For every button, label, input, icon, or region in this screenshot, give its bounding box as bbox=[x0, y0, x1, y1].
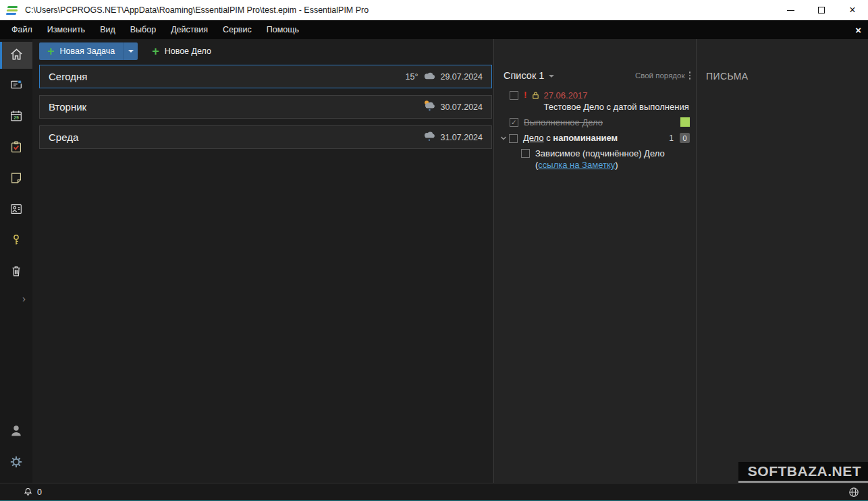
close-button[interactable]: × bbox=[837, 0, 868, 20]
task-checkbox[interactable] bbox=[509, 134, 518, 143]
task-link-line: (ссылка на Заметку) bbox=[535, 160, 665, 170]
minimize-icon bbox=[787, 10, 794, 11]
day-card-tuesday[interactable]: Вторник 30.07.2024 bbox=[39, 95, 492, 119]
mail-panel-title: ПИСЬМА bbox=[706, 71, 868, 82]
titlebar: C:\Users\PCPROGS.NET\AppData\Roaming\Ess… bbox=[0, 0, 868, 20]
toolbar: + Новая Задача + Новое Дело bbox=[32, 39, 493, 63]
task-title: Выполненное Дело bbox=[524, 117, 603, 127]
expand-chevron-icon[interactable] bbox=[499, 134, 508, 142]
plus-icon: + bbox=[47, 45, 55, 57]
new-task-dropdown-button[interactable] bbox=[123, 42, 138, 60]
close-icon: × bbox=[849, 5, 855, 16]
sort-order-button[interactable]: Свой порядок bbox=[635, 71, 690, 80]
chevron-right-icon: › bbox=[22, 293, 26, 304]
new-task-split-button: + Новая Задача bbox=[39, 42, 138, 60]
kebab-menu-icon bbox=[689, 71, 691, 80]
task-list-selector[interactable]: Список 1 bbox=[504, 70, 554, 81]
note-icon bbox=[9, 171, 24, 188]
color-tag bbox=[680, 117, 690, 127]
day-card-wednesday[interactable]: Среда 31.07.2024 bbox=[39, 125, 492, 149]
minimize-button[interactable] bbox=[775, 0, 806, 20]
trash-icon bbox=[9, 264, 24, 281]
new-todo-button[interactable]: + Новое Дело bbox=[146, 42, 217, 60]
tasks-panel-header: Список 1 Свой порядок bbox=[494, 70, 696, 88]
task-title: Тестовое Дело с датой выполнения bbox=[544, 102, 689, 112]
task-list-title: Список 1 bbox=[504, 70, 544, 81]
new-task-button[interactable]: + Новая Задача bbox=[39, 42, 123, 60]
sidebar-item-calendar[interactable]: 29 bbox=[0, 104, 32, 131]
sidebar-item-account[interactable] bbox=[0, 419, 32, 446]
bell-icon[interactable] bbox=[23, 487, 33, 497]
maximize-icon bbox=[818, 7, 825, 13]
task-checkbox[interactable] bbox=[510, 91, 518, 100]
menu-select[interactable]: Выбор bbox=[123, 25, 163, 34]
day-card-today[interactable]: Сегодня 15° 29.07.2024 bbox=[39, 65, 492, 88]
main-column: + Новая Задача + Новое Дело Сегодня 15 bbox=[32, 39, 493, 483]
sidebar-item-trash[interactable] bbox=[0, 259, 32, 286]
window-controls: × bbox=[775, 0, 868, 20]
statusbar: 0 bbox=[0, 483, 868, 500]
task-row-reminder-task[interactable]: Дело с напоминанием 1 0 bbox=[494, 130, 696, 146]
day-date: 31.07.2024 bbox=[440, 133, 483, 142]
new-todo-label: Новое Дело bbox=[165, 47, 211, 56]
plus-icon: + bbox=[152, 45, 159, 57]
mail-icon bbox=[9, 78, 24, 95]
menu-view[interactable]: Вид bbox=[92, 25, 123, 34]
clipboard-check-icon bbox=[9, 140, 24, 157]
sidebar-item-mail[interactable] bbox=[0, 73, 32, 100]
gear-icon bbox=[9, 454, 24, 472]
menu-actions[interactable]: Действия bbox=[163, 25, 215, 34]
sidebar-item-today[interactable] bbox=[0, 42, 32, 69]
new-task-label: Новая Задача bbox=[60, 47, 115, 56]
content-area: 29 bbox=[0, 39, 868, 483]
key-icon bbox=[9, 233, 24, 250]
rainy-weather-icon bbox=[423, 130, 435, 144]
mail-panel: ПИСЬМА SOFTBAZA.NET bbox=[697, 39, 868, 483]
globe-icon bbox=[848, 487, 859, 498]
day-name: Сегодня bbox=[49, 71, 88, 82]
task-row-test-task[interactable]: ! 27.06.2017 Тестовое Дело с датой выпол… bbox=[494, 88, 696, 115]
menu-help[interactable]: Помощь bbox=[259, 25, 306, 34]
day-date: 30.07.2024 bbox=[440, 102, 483, 112]
note-link[interactable]: ссылка на Заметку bbox=[538, 160, 615, 170]
menubar-close-icon[interactable]: × bbox=[855, 25, 861, 35]
sidebar-item-notes[interactable] bbox=[0, 166, 32, 193]
cloudy-weather-icon bbox=[423, 71, 435, 83]
chevron-down-icon bbox=[128, 50, 134, 53]
subtask-count: 1 bbox=[669, 134, 674, 143]
day-date: 29.07.2024 bbox=[440, 72, 483, 82]
chevron-down-icon bbox=[549, 75, 554, 78]
reminder-badge: 0 bbox=[680, 133, 690, 143]
app-logo-icon bbox=[6, 4, 20, 16]
sidebar-item-settings[interactable] bbox=[0, 450, 32, 477]
sidebar-more-button[interactable]: › bbox=[0, 290, 32, 306]
day-name: Среда bbox=[49, 131, 78, 143]
notification-count: 0 bbox=[37, 488, 42, 497]
sort-order-label: Свой порядок bbox=[635, 71, 685, 80]
task-title-part: напоминанием bbox=[553, 133, 618, 143]
sidebar-item-contacts[interactable] bbox=[0, 197, 32, 224]
sidebar-item-passwords[interactable] bbox=[0, 228, 32, 255]
watermark: SOFTBAZA.NET bbox=[738, 462, 868, 483]
task-checkbox[interactable] bbox=[521, 149, 530, 158]
temperature: 15° bbox=[406, 72, 418, 82]
task-row-dependent-task[interactable]: Зависимое (подчинённое) Дело (ссылка на … bbox=[494, 146, 696, 173]
sidebar-item-todo[interactable] bbox=[0, 135, 32, 162]
paren: ) bbox=[615, 160, 618, 170]
menu-tools[interactable]: Сервис bbox=[215, 25, 259, 34]
menu-edit[interactable]: Изменить bbox=[40, 25, 92, 34]
task-row-completed-task[interactable]: ✓ Выполненное Дело bbox=[494, 115, 696, 130]
window-title: C:\Users\PCPROGS.NET\AppData\Roaming\Ess… bbox=[25, 5, 369, 15]
day-list: Сегодня 15° 29.07.2024 Вторник bbox=[32, 63, 493, 149]
essentialpim-window: C:\Users\PCPROGS.NET\AppData\Roaming\Ess… bbox=[0, 0, 868, 501]
maximize-button[interactable] bbox=[806, 0, 837, 20]
day-name: Вторник bbox=[49, 101, 86, 113]
sidebar-bottom bbox=[0, 419, 32, 483]
task-title-part: Дело bbox=[523, 133, 544, 143]
contacts-icon bbox=[9, 202, 24, 219]
partly-sunny-rain-weather-icon bbox=[423, 100, 435, 114]
priority-icon: ! bbox=[524, 90, 527, 100]
menu-file[interactable]: Файл bbox=[4, 25, 40, 34]
task-checkbox-checked[interactable]: ✓ bbox=[510, 118, 518, 127]
svg-text:29: 29 bbox=[13, 115, 19, 120]
